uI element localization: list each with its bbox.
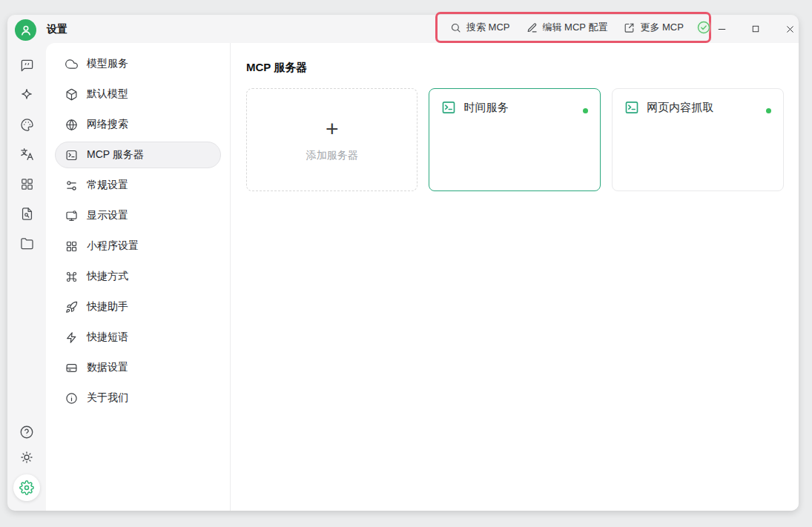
- nav-paintings-button[interactable]: [19, 116, 35, 133]
- folder-icon: [20, 236, 34, 251]
- sidebar-item-label: 快捷助手: [87, 300, 128, 314]
- nav-apps-button[interactable]: [19, 176, 35, 192]
- terminal-card-icon: [441, 100, 456, 115]
- palette-icon: [20, 118, 34, 132]
- search-icon: [450, 22, 461, 33]
- sidebar-item-data-settings[interactable]: 数据设置: [55, 354, 221, 381]
- nav-knowledge-button[interactable]: [19, 205, 35, 222]
- sidebar-item-quick-assistant[interactable]: 快捷助手: [55, 294, 221, 320]
- edit-mcp-config-label: 编辑 MCP 配置: [543, 21, 608, 34]
- server-cards: + 添加服务器 时间服务: [246, 88, 784, 191]
- close-icon: [785, 24, 795, 34]
- edit-pencil-icon: [527, 22, 538, 33]
- chat-icon: [20, 59, 34, 73]
- settings-gear-icon: [19, 480, 34, 495]
- user-icon: [19, 23, 33, 38]
- server-card-time-service[interactable]: 时间服务: [429, 88, 601, 191]
- sidebar-item-quick-phrases[interactable]: 快捷短语: [55, 324, 221, 351]
- zap-icon: [65, 331, 78, 344]
- apps-grid-icon: [20, 177, 34, 191]
- nav-agents-button[interactable]: [19, 87, 35, 103]
- maximize-icon: [751, 24, 760, 33]
- sidebar-item-miniapp-settings[interactable]: 小程序设置: [55, 233, 221, 259]
- avatar[interactable]: [15, 19, 36, 41]
- nav-translate-button[interactable]: [19, 146, 35, 162]
- cloud-icon: [65, 58, 78, 70]
- more-mcp-label: 更多 MCP: [640, 21, 684, 34]
- main-panel: MCP 服务器 + 添加服务器 时间服务: [231, 43, 799, 511]
- data-drive-icon: [65, 362, 78, 374]
- sidebar-item-model-services[interactable]: 模型服务: [55, 50, 221, 77]
- rocket-icon: [65, 301, 78, 314]
- add-server-card[interactable]: + 添加服务器: [246, 88, 417, 191]
- sidebar-item-label: 关于我们: [87, 391, 128, 405]
- sidebar-item-label: 显示设置: [87, 209, 128, 222]
- nav-chat-button[interactable]: [19, 57, 35, 73]
- translate-icon: [19, 147, 34, 162]
- minimize-button[interactable]: [710, 15, 733, 43]
- nav-files-button[interactable]: [19, 235, 35, 251]
- check-circle-icon: [696, 20, 711, 35]
- sidebar-item-label: 默认模型: [87, 87, 128, 101]
- sidebar-item-label: 网络搜索: [87, 118, 128, 131]
- close-button[interactable]: [778, 15, 802, 43]
- sidebar-item-shortcuts[interactable]: 快捷方式: [55, 263, 221, 290]
- app-window: 设置 搜索 MCP 编辑 MCP 配置 更多 MCP: [7, 15, 799, 511]
- external-link-icon: [624, 22, 635, 33]
- section-heading: MCP 服务器: [246, 61, 784, 75]
- maximize-button[interactable]: [744, 15, 768, 43]
- server-name: 时间服务: [463, 101, 508, 115]
- miniapp-grid-icon: [65, 240, 78, 253]
- sliders-icon: [65, 179, 78, 192]
- theme-toggle-button[interactable]: [19, 449, 35, 465]
- sidebar-item-mcp-servers[interactable]: MCP 服务器: [55, 142, 221, 168]
- terminal-card-icon: [624, 100, 639, 115]
- annotation-highlight-box: 搜索 MCP 编辑 MCP 配置 更多 MCP: [435, 12, 711, 43]
- server-card-header: 网页内容抓取: [624, 100, 771, 115]
- server-card-web-scrape[interactable]: 网页内容抓取: [612, 88, 784, 191]
- sidebar-item-web-search[interactable]: 网络搜索: [55, 111, 221, 138]
- window-controls: [710, 15, 802, 43]
- active-status-dot: [766, 108, 771, 113]
- server-card-header: 时间服务: [441, 100, 588, 115]
- sidebar-item-label: 模型服务: [87, 57, 128, 70]
- desktop: { "window": { "title": "设置" }, "titlebar…: [0, 0, 812, 527]
- sidebar-item-label: 小程序设置: [87, 239, 139, 253]
- nav-rail-bottom: [13, 424, 40, 511]
- info-icon: [65, 392, 78, 405]
- theme-sun-icon: [19, 450, 34, 465]
- knowledge-file-icon: [20, 207, 34, 221]
- sparkle-icon: [19, 87, 34, 102]
- sidebar-item-display-settings[interactable]: 显示设置: [55, 202, 221, 229]
- add-server-label: 添加服务器: [306, 149, 358, 162]
- plus-icon: +: [326, 118, 339, 140]
- titlebar: 设置 搜索 MCP 编辑 MCP 配置 更多 MCP: [7, 15, 799, 43]
- edit-mcp-config-button[interactable]: 编辑 MCP 配置: [518, 21, 616, 34]
- content-area: 模型服务 默认模型 网络搜索 MCP 服务器 常规设置 显示设置: [46, 43, 799, 511]
- globe-icon: [65, 119, 78, 131]
- page-title: 设置: [47, 23, 67, 36]
- help-icon: [19, 425, 34, 440]
- sidebar-item-label: 快捷方式: [87, 270, 128, 283]
- search-mcp-label: 搜索 MCP: [466, 21, 510, 34]
- sidebar-item-general-settings[interactable]: 常规设置: [55, 172, 221, 199]
- terminal-icon: [65, 149, 78, 162]
- sidebar-item-default-models[interactable]: 默认模型: [55, 81, 221, 107]
- package-icon: [65, 88, 78, 101]
- minimize-icon: [717, 24, 727, 34]
- server-name: 网页内容抓取: [647, 101, 713, 115]
- display-gear-icon: [65, 210, 78, 222]
- command-icon: [65, 271, 78, 283]
- help-button[interactable]: [19, 424, 35, 440]
- search-mcp-button[interactable]: 搜索 MCP: [442, 21, 518, 34]
- sidebar-item-label: MCP 服务器: [87, 148, 144, 162]
- settings-sidebar: 模型服务 默认模型 网络搜索 MCP 服务器 常规设置 显示设置: [46, 43, 231, 511]
- sidebar-item-label: 常规设置: [87, 179, 128, 192]
- nav-rail: [7, 43, 46, 511]
- more-mcp-button[interactable]: 更多 MCP: [615, 21, 692, 34]
- sidebar-item-about[interactable]: 关于我们: [55, 385, 221, 411]
- sidebar-item-label: 快捷短语: [87, 331, 128, 344]
- sidebar-item-label: 数据设置: [87, 361, 128, 374]
- mcp-status-indicator: [695, 19, 713, 36]
- settings-button-active[interactable]: [13, 474, 40, 501]
